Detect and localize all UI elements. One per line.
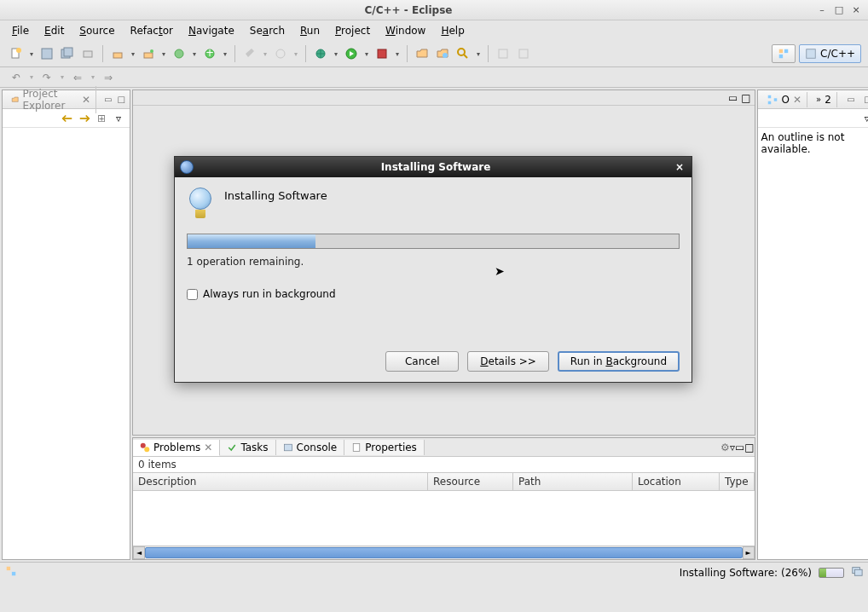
tab-tasks[interactable]: Tasks bbox=[220, 440, 275, 455]
close-tab-icon[interactable]: ✕ bbox=[793, 94, 801, 106]
pin-icon[interactable] bbox=[514, 44, 533, 63]
problems-max-icon[interactable]: □ bbox=[744, 442, 754, 453]
maximize-button[interactable]: □ bbox=[832, 3, 846, 17]
maximize-panel-icon[interactable]: □ bbox=[116, 93, 126, 107]
dialog-close-icon[interactable]: × bbox=[673, 160, 686, 174]
build-icon[interactable] bbox=[108, 44, 127, 63]
problems-icon bbox=[140, 442, 150, 453]
menu-refactor[interactable]: Refactor bbox=[124, 22, 180, 39]
details-button[interactable]: Details >> bbox=[467, 351, 549, 372]
always-run-background-label[interactable]: Always run in background bbox=[203, 288, 336, 300]
menu-edit[interactable]: Edit bbox=[38, 22, 71, 39]
problems-min-icon[interactable]: ▭ bbox=[735, 442, 744, 453]
link-editor-icon[interactable] bbox=[77, 111, 92, 126]
run-dropdown[interactable]: ▾ bbox=[362, 50, 371, 58]
new-folder-dropdown[interactable]: ▾ bbox=[221, 50, 229, 58]
outline-tab2[interactable]: »2 bbox=[811, 92, 837, 107]
focus-icon[interactable]: ⊞ bbox=[94, 111, 109, 126]
svg-rect-31 bbox=[773, 98, 777, 101]
view-menu-icon[interactable]: ▿ bbox=[111, 111, 126, 126]
nav-back-icon[interactable]: ↶ bbox=[7, 68, 26, 87]
col-path[interactable]: Path bbox=[513, 473, 633, 490]
nav-left-icon[interactable]: ⇐ bbox=[68, 68, 87, 87]
hammer-dropdown[interactable]: ▾ bbox=[261, 50, 269, 58]
build-proj-dropdown[interactable]: ▾ bbox=[159, 50, 168, 58]
outline-tab[interactable]: O ✕ bbox=[761, 92, 808, 107]
save-icon[interactable] bbox=[38, 44, 56, 63]
nav-fwd-icon[interactable]: ↷ bbox=[38, 68, 56, 87]
outline-title: O bbox=[782, 94, 790, 106]
collapse-all-icon[interactable] bbox=[60, 111, 75, 126]
minimize-panel-icon[interactable]: ▭ bbox=[103, 93, 113, 107]
menu-file[interactable]: File bbox=[5, 22, 36, 39]
target-icon[interactable] bbox=[271, 44, 290, 63]
new-icon[interactable] bbox=[7, 44, 26, 63]
editor-min-icon[interactable]: ▭ bbox=[728, 92, 738, 104]
new-class-dropdown[interactable]: ▾ bbox=[190, 50, 199, 58]
menu-search[interactable]: Search bbox=[243, 22, 292, 39]
col-description[interactable]: Description bbox=[133, 473, 428, 490]
outline-menu-icon[interactable]: ▿ bbox=[859, 111, 868, 126]
close-button[interactable]: × bbox=[849, 3, 863, 17]
menu-source[interactable]: Source bbox=[72, 22, 121, 39]
debug-icon[interactable] bbox=[311, 44, 330, 63]
outline-min-icon[interactable]: ▭ bbox=[844, 93, 858, 107]
cancel-button[interactable]: Cancel bbox=[385, 351, 459, 372]
nav-fwd-dropdown[interactable]: ▾ bbox=[58, 73, 67, 81]
always-run-background-checkbox[interactable] bbox=[187, 289, 198, 300]
project-explorer-title: Project Explorer bbox=[22, 88, 77, 112]
build-project-icon[interactable] bbox=[139, 44, 158, 63]
nav-left-dropdown[interactable]: ▾ bbox=[89, 73, 97, 81]
open-type-icon[interactable] bbox=[433, 44, 452, 63]
scroll-right-icon[interactable]: ► bbox=[743, 546, 755, 559]
menu-navigate[interactable]: Navigate bbox=[182, 22, 241, 39]
tab-console[interactable]: Console bbox=[276, 440, 345, 455]
col-type[interactable]: Type bbox=[720, 473, 755, 490]
new-class-icon[interactable] bbox=[170, 44, 188, 63]
col-resource[interactable]: Resource bbox=[428, 473, 513, 490]
svg-rect-29 bbox=[767, 95, 771, 98]
new-folder-icon[interactable]: + bbox=[200, 44, 219, 63]
status-stack-icon[interactable] bbox=[851, 565, 863, 580]
minimize-button[interactable]: – bbox=[815, 3, 829, 17]
profile-dropdown[interactable]: ▾ bbox=[393, 50, 402, 58]
menu-window[interactable]: Window bbox=[379, 22, 432, 39]
debug-dropdown[interactable]: ▾ bbox=[332, 50, 340, 58]
task-icon[interactable] bbox=[494, 44, 512, 63]
close-tab-icon[interactable]: ✕ bbox=[82, 94, 90, 106]
target-dropdown[interactable]: ▾ bbox=[292, 50, 300, 58]
menu-run[interactable]: Run bbox=[293, 22, 327, 39]
search-dropdown[interactable]: ▾ bbox=[474, 50, 483, 58]
search-icon[interactable] bbox=[454, 44, 472, 63]
dialog-titlebar[interactable]: Installing Software × bbox=[175, 157, 692, 177]
open-icon[interactable] bbox=[413, 44, 431, 63]
open-perspective-button[interactable] bbox=[772, 44, 796, 63]
col-location[interactable]: Location bbox=[633, 473, 720, 490]
tab-properties[interactable]: Properties bbox=[344, 440, 425, 455]
run-in-background-button[interactable]: Run in Background bbox=[558, 351, 680, 372]
outline-body: An outline is not available. bbox=[758, 128, 868, 559]
menu-help[interactable]: Help bbox=[434, 22, 471, 39]
perspective-cpp[interactable]: C/C++ bbox=[799, 44, 861, 63]
editor-max-icon[interactable]: □ bbox=[741, 92, 750, 104]
nav-right-icon[interactable]: ⇒ bbox=[99, 68, 118, 87]
scroll-left-icon[interactable]: ◄ bbox=[133, 546, 145, 559]
status-icon[interactable] bbox=[5, 565, 17, 580]
toolbar-nav: ↶ ▾ ↷ ▾ ⇐ ▾ ⇒ bbox=[0, 67, 868, 88]
hammer-icon[interactable] bbox=[240, 44, 259, 63]
outline-max-icon[interactable]: □ bbox=[861, 93, 868, 107]
build-dropdown[interactable]: ▾ bbox=[129, 50, 137, 58]
save-all-icon[interactable] bbox=[58, 44, 77, 63]
status-progress[interactable] bbox=[819, 568, 844, 578]
menu-project[interactable]: Project bbox=[328, 22, 377, 39]
close-tab-icon[interactable]: ✕ bbox=[204, 442, 212, 453]
horizontal-scrollbar[interactable]: ◄ ► bbox=[133, 546, 755, 559]
tab-problems[interactable]: Problems ✕ bbox=[133, 440, 220, 456]
new-dropdown[interactable]: ▾ bbox=[27, 50, 36, 58]
problems-menu-icon[interactable]: ⚙ bbox=[720, 442, 730, 453]
print-icon[interactable] bbox=[78, 44, 97, 63]
nav-back-dropdown[interactable]: ▾ bbox=[27, 73, 36, 81]
run-icon[interactable] bbox=[342, 44, 361, 63]
scroll-thumb[interactable] bbox=[145, 547, 743, 558]
profile-icon[interactable] bbox=[373, 44, 391, 63]
